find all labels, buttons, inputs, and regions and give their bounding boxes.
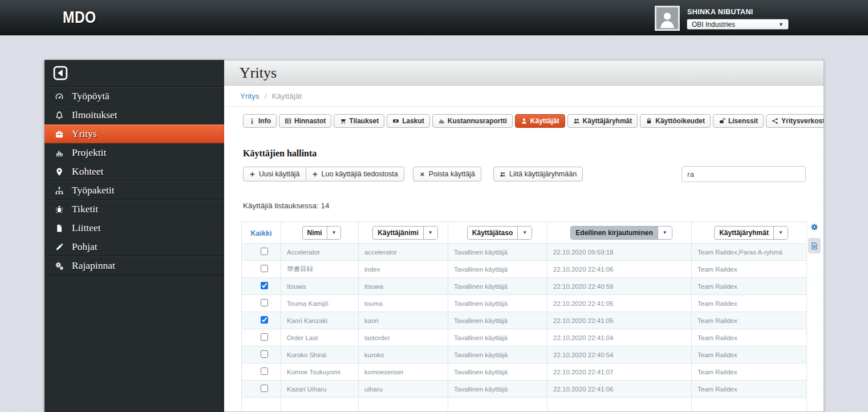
sidebar-item-rajapinnat[interactable]: Rajapinnat <box>44 256 224 275</box>
cell-last-login: 22.10.2020 22:41:06 <box>547 261 692 278</box>
file-icon <box>55 224 64 233</box>
sidebar-nav: Työpöytä Ilmoitukset Yritys Projektit Ko… <box>44 87 224 275</box>
cell-level: Tavallinen käyttäjä <box>448 381 547 398</box>
table-row: Kuroko ShiraikurokoTavallinen käyttäjä22… <box>242 346 807 363</box>
create-users-from-file-button[interactable]: Luo käyttäjiä tiedostosta <box>306 167 404 181</box>
cell-groups: Team Raildex,Paras A-ryhmä <box>692 244 807 261</box>
breadcrumb-current: Käyttäjät <box>272 92 302 100</box>
tab-kayttajaryhmat[interactable]: Käyttäjäryhmät <box>567 114 638 128</box>
sidebar-item-tyopaketit[interactable]: Työpaketit <box>44 181 224 200</box>
cart-icon <box>339 118 346 124</box>
sidebar: Työpöytä Ilmoitukset Yritys Projektit Ko… <box>44 60 224 412</box>
row-checkbox[interactable] <box>261 385 268 392</box>
sort-edellinen-kirjautuminen[interactable]: Edellinen kirjautuminen▼ <box>570 226 672 240</box>
row-checkbox[interactable] <box>261 299 268 306</box>
cell-level: Tavallinen käyttäjä <box>448 329 547 346</box>
table-row: Komoe TsukuyomikomoesenseiTavallinen käy… <box>242 363 807 381</box>
page-header: Yritys <box>224 60 824 86</box>
tab-info[interactable]: Info <box>243 114 277 128</box>
avatar <box>655 6 680 31</box>
row-checkbox[interactable] <box>261 350 268 358</box>
cell-level: Tavallinen käyttäjä <box>448 295 547 312</box>
row-checkbox[interactable] <box>261 265 268 272</box>
money-icon <box>392 118 399 124</box>
sidebar-item-projektit[interactable]: Projektit <box>44 143 224 162</box>
delete-user-button[interactable]: Poista käyttäjä <box>413 167 481 181</box>
users-icon <box>573 118 580 124</box>
cell-name: 禁書目録 <box>281 261 359 278</box>
tab-kayttajat[interactable]: Käyttäjät <box>515 114 565 128</box>
cell-level: Tavallinen käyttäjä <box>448 346 547 363</box>
sidebar-item-tiketit[interactable]: Tiketit <box>44 200 224 219</box>
cell-username: kaori <box>359 312 448 329</box>
bar-chart-icon <box>438 118 445 124</box>
cell-username: uiharu <box>359 381 448 398</box>
row-checkbox[interactable] <box>261 248 268 255</box>
lock-icon <box>646 118 652 124</box>
cell-level: Tavallinen käyttäjä <box>448 244 547 261</box>
table-row: ItsuwaitsuwaTavallinen käyttäjä22.10.202… <box>242 278 807 295</box>
excel-export-button[interactable] <box>808 238 821 253</box>
breadcrumb-link-yritys[interactable]: Yritys <box>240 92 259 100</box>
row-checkbox[interactable] <box>261 333 268 341</box>
tab-lisenssit[interactable]: Lisenssit <box>713 114 764 128</box>
caret-down-icon[interactable]: ▼ <box>423 227 437 239</box>
sort-nimi[interactable]: Nimi▼ <box>302 226 342 240</box>
cell-groups: Team Raildex <box>692 261 807 278</box>
table-settings-gear-icon[interactable] <box>810 223 819 232</box>
row-checkbox[interactable] <box>261 282 268 289</box>
user-name: SHINKA NIBUTANI <box>687 8 753 16</box>
company-select[interactable]: OBI Industries ▼ <box>687 19 789 30</box>
table-header-row: Kaikki Nimi▼ Käyttäjänimi▼ Käyttäjätaso▼… <box>242 222 807 244</box>
tab-kustannusraportti[interactable]: Kustannusraportti <box>432 114 513 128</box>
sort-kayttajanimi[interactable]: Käyttäjänimi▼ <box>372 226 437 240</box>
dashboard-icon <box>55 92 64 101</box>
user-search-input[interactable] <box>682 166 806 182</box>
select-all-link[interactable]: Kaikki <box>251 229 272 237</box>
caret-down-icon[interactable]: ▼ <box>517 227 532 239</box>
caret-down-icon[interactable]: ▼ <box>773 227 788 239</box>
tab-kayttooikeudet[interactable]: Käyttöoikeudet <box>640 114 711 128</box>
sidebar-item-kohteet[interactable]: Kohteet <box>44 162 224 181</box>
cell-groups: Team Raildex <box>692 295 807 312</box>
attach-to-user-group-button[interactable]: Liitä käyttäjäryhmään <box>493 167 583 181</box>
sidebar-item-tyopoyta[interactable]: Työpöytä <box>44 87 224 106</box>
sidebar-item-yritys[interactable]: Yritys <box>44 124 224 143</box>
unlock-icon <box>719 118 725 124</box>
table-row: Kaori KanzakikaoriTavallinen käyttäjä22.… <box>242 312 807 329</box>
table-row: Kazari UiharuuiharuTavallinen käyttäjä22… <box>242 381 807 398</box>
pencil-icon <box>55 243 64 252</box>
new-user-button[interactable]: Uusi käyttäjä <box>243 167 306 181</box>
create-buttons-group: Uusi käyttäjä Luo käyttäjiä tiedostosta <box>243 167 404 181</box>
table-side-tools <box>808 223 823 253</box>
cell-name: Komoe Tsukuyomi <box>281 363 359 381</box>
tab-tilaukset[interactable]: Tilaukset <box>334 114 384 128</box>
sidebar-item-ilmoitukset[interactable]: Ilmoitukset <box>44 106 224 124</box>
row-checkbox[interactable] <box>261 316 268 324</box>
users-icon <box>500 171 506 177</box>
sidebar-item-liitteet[interactable]: Liitteet <box>44 219 224 237</box>
app-window: MDO SHINKA NIBUTANI OBI Industries ▼ Työ… <box>0 0 868 412</box>
table-row: 禁書目録indexTavallinen käyttäjä22.10.2020 2… <box>242 261 807 278</box>
user-actions: Uusi käyttäjä Luo käyttäjiä tiedostosta … <box>243 166 806 182</box>
caret-down-icon[interactable]: ▼ <box>327 227 341 239</box>
cell-last-login: 22.10.2020 22:40:54 <box>547 346 692 363</box>
sort-kayttajaryhmat[interactable]: Käyttäjäryhmät▼ <box>714 226 788 240</box>
row-checkbox[interactable] <box>261 367 268 375</box>
collapse-sidebar-icon[interactable] <box>53 66 68 80</box>
cell-groups: Team Raildex <box>692 363 807 381</box>
cell-groups: Team Raildex <box>692 278 807 295</box>
tab-hinnastot[interactable]: Hinnastot <box>279 114 331 128</box>
sort-kayttajataso[interactable]: Käyttäjätaso▼ <box>467 226 532 240</box>
tab-laskut[interactable]: Laskut <box>387 114 430 128</box>
caret-down-icon[interactable]: ▼ <box>658 227 672 239</box>
cell-username: index <box>359 261 448 278</box>
cell-username: lastorder <box>359 329 448 346</box>
cell-username: komoesensei <box>359 363 448 381</box>
cell-last-login: 22.10.2020 22:41:06 <box>547 381 692 398</box>
tab-yritysverkosto[interactable]: Yritysverkosto <box>766 114 824 128</box>
sidebar-item-pohjat[interactable]: Pohjat <box>44 237 224 256</box>
info-icon <box>249 118 255 124</box>
briefcase-icon <box>55 130 64 139</box>
cell-name: Accelerator <box>281 244 359 261</box>
